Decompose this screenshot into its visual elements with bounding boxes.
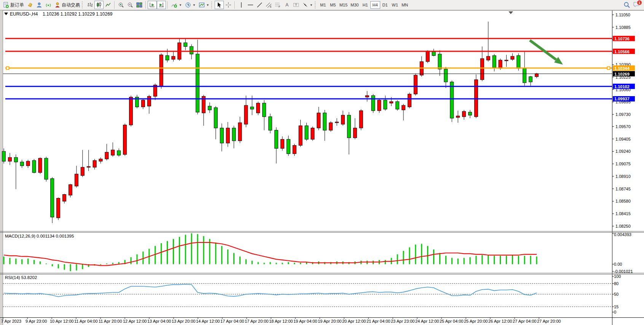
candle-down bbox=[274, 130, 278, 149]
candle-up bbox=[111, 150, 115, 155]
candle-up bbox=[486, 56, 490, 60]
svg-text:20 Apr 12:00: 20 Apr 12:00 bbox=[342, 319, 366, 323]
candle-up bbox=[8, 157, 11, 161]
svg-text:1.09075: 1.09075 bbox=[615, 162, 631, 166]
svg-text:1.09240: 1.09240 bbox=[615, 149, 631, 154]
candle-up bbox=[281, 140, 284, 149]
candle-up bbox=[456, 116, 460, 117]
candle-up bbox=[226, 128, 230, 143]
candle-up bbox=[462, 111, 466, 117]
candle-up bbox=[505, 60, 508, 61]
svg-text:23 Apr 23:00: 23 Apr 23:00 bbox=[391, 319, 414, 323]
candle-up bbox=[293, 145, 296, 154]
svg-text:1.11050: 1.11050 bbox=[615, 13, 630, 17]
svg-text:14 Apr 12:00: 14 Apr 12:00 bbox=[196, 319, 220, 323]
rsi-label: RSI(14) 53.8202 bbox=[5, 275, 37, 280]
candle-down bbox=[14, 157, 18, 162]
candle-up bbox=[69, 185, 72, 195]
candle-up bbox=[408, 94, 411, 107]
svg-text:18 Apr 12:00: 18 Apr 12:00 bbox=[269, 319, 293, 323]
candle-down bbox=[444, 69, 448, 82]
candle-up bbox=[535, 74, 538, 77]
candle-down bbox=[263, 103, 266, 117]
candle-down bbox=[166, 55, 169, 60]
candle-up bbox=[129, 97, 133, 125]
candle-up bbox=[390, 101, 393, 103]
candle-down bbox=[371, 95, 375, 111]
svg-text:7 Apr 2023: 7 Apr 2023 bbox=[1, 319, 21, 323]
candle-up bbox=[57, 198, 60, 218]
candle-down bbox=[517, 55, 520, 68]
svg-text:80: 80 bbox=[614, 281, 618, 286]
candle-down bbox=[305, 126, 308, 140]
candle-down bbox=[323, 113, 327, 130]
candle-down bbox=[432, 52, 435, 55]
svg-text:1.10269: 1.10269 bbox=[614, 72, 630, 76]
candle-down bbox=[347, 115, 351, 138]
svg-text:1.08250: 1.08250 bbox=[615, 224, 631, 228]
svg-text:0: 0 bbox=[614, 310, 616, 314]
candle-down bbox=[220, 128, 223, 143]
svg-text:12 Apr 12:00: 12 Apr 12:00 bbox=[123, 319, 147, 323]
svg-text:1.10885: 1.10885 bbox=[615, 25, 631, 30]
svg-text:1.09730: 1.09730 bbox=[615, 112, 631, 117]
svg-text:1.10102: 1.10102 bbox=[614, 84, 630, 89]
svg-text:0.00: 0.00 bbox=[614, 262, 622, 266]
candle-up bbox=[99, 159, 102, 161]
candle-up bbox=[238, 123, 242, 141]
svg-text:11 Apr 20:00: 11 Apr 20:00 bbox=[99, 319, 122, 323]
candle-down bbox=[493, 55, 496, 68]
svg-text:24 Apr 12:00: 24 Apr 12:00 bbox=[415, 319, 439, 323]
candle-up bbox=[81, 167, 84, 176]
candle-up bbox=[317, 113, 320, 128]
candle-up bbox=[329, 123, 333, 130]
candle-up bbox=[75, 174, 78, 186]
candle-up bbox=[499, 60, 502, 68]
candle-up bbox=[311, 128, 314, 140]
line-handle[interactable] bbox=[607, 67, 610, 70]
svg-text:0.004393: 0.004393 bbox=[614, 232, 631, 237]
candle-down bbox=[396, 101, 399, 109]
candle-up bbox=[141, 100, 145, 107]
line-handle[interactable] bbox=[6, 67, 9, 70]
candle-down bbox=[250, 107, 254, 109]
svg-text:1.09937: 1.09937 bbox=[614, 97, 630, 101]
candle-down bbox=[468, 112, 472, 115]
candle-up bbox=[159, 55, 163, 86]
svg-text:27 Apr 04:00: 27 Apr 04:00 bbox=[513, 319, 536, 323]
candle-down bbox=[438, 54, 442, 69]
svg-text:1.09405: 1.09405 bbox=[615, 137, 631, 141]
candle-up bbox=[359, 111, 363, 128]
svg-text:27 Apr 20:00: 27 Apr 20:00 bbox=[537, 319, 561, 323]
svg-text:1.09570: 1.09570 bbox=[615, 124, 631, 129]
svg-text:1.08910: 1.08910 bbox=[615, 174, 631, 179]
svg-text:100: 100 bbox=[614, 274, 621, 279]
svg-text:1.10566: 1.10566 bbox=[614, 49, 630, 54]
candle-down bbox=[268, 117, 272, 130]
candle-down bbox=[529, 77, 532, 82]
chart-background bbox=[0, 10, 644, 325]
svg-text:9 Apr 23:00: 9 Apr 23:00 bbox=[26, 319, 47, 323]
candle-up bbox=[257, 103, 260, 113]
candle-down bbox=[214, 108, 217, 128]
candle-down bbox=[2, 151, 6, 161]
candle-up bbox=[26, 161, 30, 166]
candle-up bbox=[426, 51, 429, 62]
svg-text:1.08580: 1.08580 bbox=[615, 199, 631, 203]
svg-text:1.08745: 1.08745 bbox=[615, 187, 631, 191]
candle-up bbox=[341, 115, 344, 124]
candle-up bbox=[63, 195, 66, 201]
candle-up bbox=[244, 105, 248, 124]
svg-text:50: 50 bbox=[614, 292, 618, 296]
chart-canvas[interactable]: 1.110501.108851.107201.105551.103901.102… bbox=[0, 0, 644, 325]
candle-up bbox=[87, 166, 90, 167]
svg-text:25 Apr 20:00: 25 Apr 20:00 bbox=[464, 319, 488, 323]
candle-down bbox=[450, 82, 454, 118]
candle-down bbox=[20, 162, 24, 166]
svg-text:15: 15 bbox=[614, 304, 618, 309]
candle-up bbox=[123, 125, 127, 154]
svg-text:19 Apr 04:00: 19 Apr 04:00 bbox=[293, 319, 317, 323]
svg-text:1.10344: 1.10344 bbox=[614, 66, 630, 71]
svg-text:19 Apr 20:00: 19 Apr 20:00 bbox=[318, 319, 341, 323]
candle-down bbox=[384, 100, 387, 109]
